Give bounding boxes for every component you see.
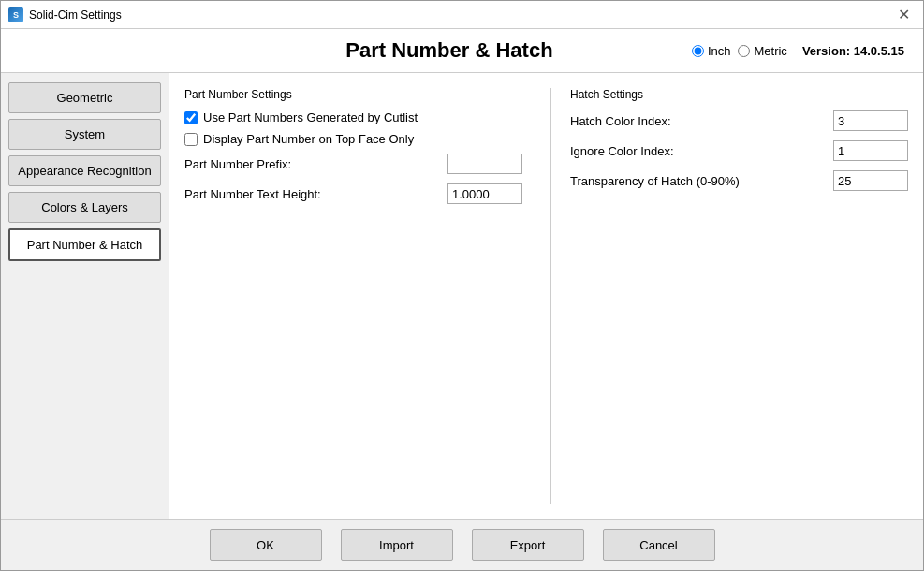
unit-options: Inch Metric Version: 14.0.5.15: [692, 44, 904, 58]
text-height-label: Part Number Text Height:: [184, 187, 321, 201]
sidebar-item-colors-and-layers[interactable]: Colors & Layers: [8, 192, 161, 223]
main-content: Geometric System Appearance Recognition …: [1, 73, 923, 519]
metric-radio-group[interactable]: Metric: [738, 44, 786, 58]
transparency-label: Transparency of Hatch (0-90%): [570, 174, 740, 188]
color-index-row: Hatch Color Index:: [570, 110, 908, 131]
main-window: S Solid-Cim Settings ✕ Part Number & Hat…: [0, 0, 924, 571]
footer: OK Import Export Cancel: [1, 519, 923, 570]
display-top-face-checkbox[interactable]: [184, 133, 198, 146]
color-index-input[interactable]: [833, 110, 908, 131]
window-title: Solid-Cim Settings: [29, 8, 122, 22]
metric-label[interactable]: Metric: [754, 44, 786, 58]
prefix-row: Part Number Prefix:: [184, 154, 522, 174]
title-bar: S Solid-Cim Settings ✕: [1, 1, 923, 29]
sidebar-item-system[interactable]: System: [8, 119, 161, 150]
display-top-face-row: Display Part Number on Top Face Only: [184, 132, 522, 146]
app-icon: S: [8, 7, 23, 22]
color-index-label: Hatch Color Index:: [570, 114, 671, 128]
ok-button[interactable]: OK: [210, 529, 322, 561]
text-height-input[interactable]: [447, 183, 522, 204]
version-label: Version: 14.0.5.15: [802, 44, 904, 58]
title-bar-left: S Solid-Cim Settings: [8, 7, 122, 22]
metric-radio[interactable]: [738, 45, 750, 57]
header-bar: Part Number & Hatch Inch Metric Version:…: [1, 29, 923, 73]
transparency-row: Transparency of Hatch (0-90%): [570, 170, 908, 191]
page-title: Part Number & Hatch: [207, 38, 692, 63]
sidebar-item-part-number-and-hatch[interactable]: Part Number & Hatch: [8, 228, 161, 261]
export-button[interactable]: Export: [472, 529, 584, 561]
sidebar: Geometric System Appearance Recognition …: [1, 73, 169, 519]
use-part-numbers-checkbox[interactable]: [184, 111, 198, 124]
ignore-color-row: Ignore Color Index:: [570, 140, 908, 161]
prefix-label: Part Number Prefix:: [184, 157, 291, 171]
ignore-color-input[interactable]: [833, 140, 908, 161]
sidebar-item-appearance-recognition[interactable]: Appearance Recognition: [8, 155, 161, 186]
sidebar-item-geometric[interactable]: Geometric: [8, 82, 161, 113]
display-top-face-label[interactable]: Display Part Number on Top Face Only: [203, 132, 414, 146]
ignore-color-label: Ignore Color Index:: [570, 144, 674, 158]
content-area: Part Number Settings Use Part Numbers Ge…: [169, 73, 923, 519]
part-number-panel: Part Number Settings Use Part Numbers Ge…: [184, 88, 522, 504]
cancel-button[interactable]: Cancel: [603, 529, 715, 561]
hatch-panel: Hatch Settings Hatch Color Index: Ignore…: [550, 88, 908, 504]
inch-label[interactable]: Inch: [708, 44, 731, 58]
text-height-row: Part Number Text Height:: [184, 183, 522, 204]
inch-radio-group[interactable]: Inch: [692, 44, 731, 58]
hatch-settings-title: Hatch Settings: [570, 88, 908, 101]
use-part-numbers-row: Use Part Numbers Generated by Cutlist: [184, 110, 522, 124]
import-button[interactable]: Import: [341, 529, 453, 561]
prefix-input[interactable]: [447, 154, 522, 174]
inch-radio[interactable]: [692, 45, 704, 57]
use-part-numbers-label[interactable]: Use Part Numbers Generated by Cutlist: [203, 110, 418, 124]
close-button[interactable]: ✕: [892, 6, 916, 24]
part-number-settings-title: Part Number Settings: [184, 88, 522, 101]
transparency-input[interactable]: [833, 170, 908, 191]
